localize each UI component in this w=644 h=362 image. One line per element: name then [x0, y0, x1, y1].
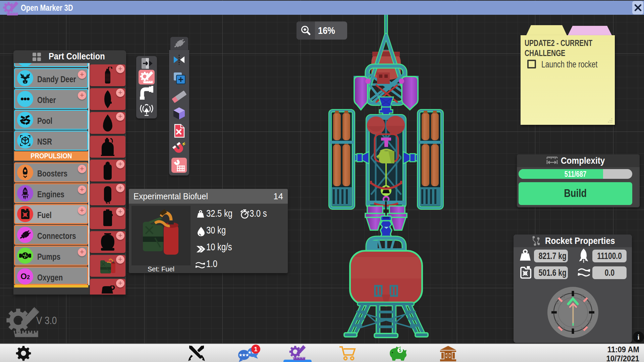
- svg-text:★★★: ★★★: [239, 353, 249, 357]
- svg-text:$: $: [399, 348, 401, 353]
